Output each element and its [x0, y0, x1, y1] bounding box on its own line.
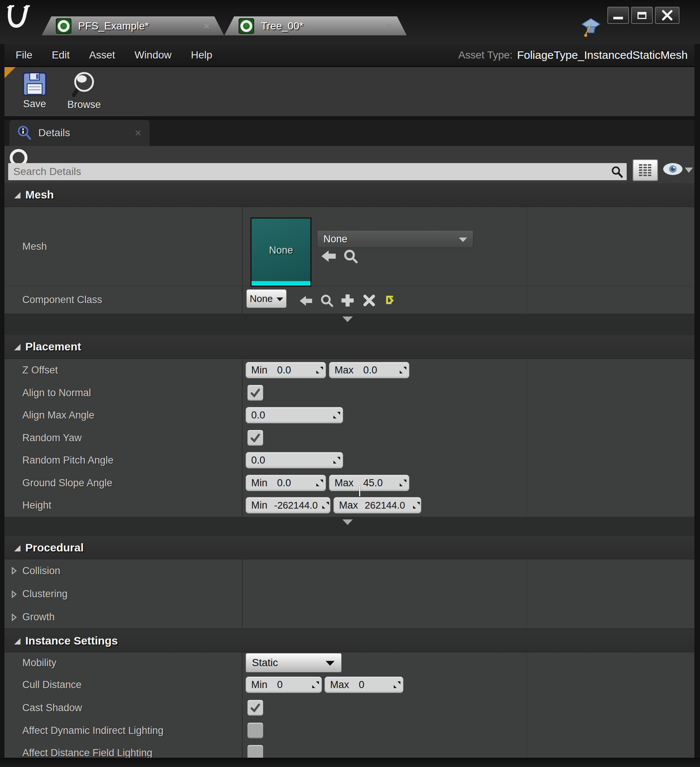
- component-class-dropdown[interactable]: None: [246, 289, 287, 308]
- row-component-class: Component Class None: [5, 286, 694, 313]
- clear-cross-icon[interactable]: [362, 294, 376, 307]
- view-options-eye-icon[interactable]: [662, 162, 683, 176]
- browse-label: Browse: [67, 99, 101, 111]
- section-title: Placement: [25, 335, 81, 358]
- maximize-button[interactable]: [631, 7, 653, 24]
- mesh-section-rows: Mesh None None Component Class None: [5, 207, 694, 313]
- drag-spinner-icon[interactable]: [322, 502, 329, 509]
- save-button[interactable]: Save: [18, 72, 51, 110]
- expand-right-icon[interactable]: [11, 614, 17, 621]
- cast-shadow-checkbox[interactable]: [248, 700, 263, 716]
- tutorial-graduation-cap-icon[interactable]: [581, 17, 602, 40]
- align-max-angle-field[interactable]: 0.0: [246, 407, 343, 423]
- details-tab[interactable]: Details: [9, 120, 149, 146]
- chevron-down-icon: [325, 661, 335, 666]
- min-label: Min: [251, 500, 268, 511]
- row-collision[interactable]: Collision: [5, 559, 694, 582]
- row-random-pitch-angle: Random Pitch Angle 0.0: [5, 449, 694, 472]
- menu-help[interactable]: Help: [191, 49, 213, 61]
- drag-spinner-icon[interactable]: [333, 457, 340, 463]
- expand-advanced-icon[interactable]: [342, 519, 353, 525]
- menu-bar: File Edit Asset Window Help Asset Type: …: [5, 44, 694, 67]
- drag-spinner-icon[interactable]: [400, 367, 406, 374]
- section-header-placement[interactable]: Placement: [5, 335, 694, 359]
- browse-asset-magnifier-icon[interactable]: [343, 249, 359, 264]
- align-to-normal-checkbox[interactable]: [248, 385, 263, 401]
- row-clustering[interactable]: Clustering: [5, 582, 694, 605]
- max-label: Max: [339, 500, 358, 511]
- drag-spinner-icon[interactable]: [394, 681, 400, 688]
- height-min-field[interactable]: Min -262144.0: [246, 497, 330, 514]
- menu-file[interactable]: File: [16, 49, 32, 61]
- row-growth[interactable]: Growth: [5, 605, 694, 629]
- mesh-thumbnail[interactable]: None: [251, 218, 311, 287]
- ground-slope-min-field[interactable]: Min 0.0: [246, 475, 326, 491]
- ground-slope-max-field[interactable]: Max 45.0: [329, 475, 410, 491]
- drag-spinner-icon[interactable]: [316, 367, 323, 374]
- z-offset-label: Z Offset: [22, 359, 58, 382]
- cull-distance-min-value: 0: [277, 679, 283, 691]
- save-floppy-icon: [22, 72, 47, 97]
- asset-tab-pfs-example[interactable]: PFS_Example*: [42, 16, 224, 35]
- row-align-max-angle: Align Max Angle 0.0: [5, 404, 694, 427]
- height-max-field[interactable]: Max 262144.0: [333, 497, 421, 514]
- drag-spinner-icon[interactable]: [333, 412, 340, 419]
- expand-right-icon[interactable]: [11, 590, 17, 598]
- z-offset-max-field[interactable]: Max 0.0: [329, 362, 410, 378]
- section-header-instance-settings[interactable]: Instance Settings: [5, 629, 694, 652]
- section-expanded-icon: [14, 192, 21, 199]
- asset-type-value: FoliageType_InstancedStaticMesh: [517, 49, 688, 61]
- row-mesh: Mesh None None: [5, 207, 694, 286]
- max-label: Max: [330, 679, 349, 691]
- cull-distance-max-field[interactable]: Max 0: [324, 676, 403, 693]
- section-header-mesh[interactable]: Mesh: [5, 183, 694, 207]
- minimize-button[interactable]: [607, 7, 629, 24]
- close-button[interactable]: [655, 7, 679, 24]
- expand-advanced-icon[interactable]: [342, 317, 353, 322]
- row-affect-dynamic-indirect-lighting: Affect Dynamic Indirect Lighting: [5, 719, 694, 742]
- drag-spinner-icon[interactable]: [316, 479, 323, 486]
- menu-window[interactable]: Window: [134, 49, 171, 61]
- mobility-value: Static: [252, 657, 278, 669]
- z-offset-min-field[interactable]: Min 0.0: [246, 362, 326, 378]
- row-random-yaw: Random Yaw: [5, 427, 694, 449]
- details-tab-close-icon[interactable]: [135, 130, 141, 136]
- use-selected-arrow-icon[interactable]: [298, 294, 313, 307]
- tab-close-icon[interactable]: [203, 23, 210, 29]
- section-header-procedural[interactable]: Procedural: [5, 536, 694, 559]
- details-search-strip: [5, 146, 694, 183]
- window-bottom-edge: [0, 758, 700, 767]
- use-selected-asset-arrow-icon[interactable]: [320, 249, 337, 264]
- height-max-value: 262144.0: [365, 500, 405, 511]
- random-yaw-checkbox[interactable]: [248, 430, 263, 446]
- property-matrix-button[interactable]: [633, 159, 658, 181]
- view-options-caret-icon[interactable]: [685, 167, 693, 173]
- toolbar: Save Browse: [5, 67, 694, 116]
- tab-close-icon[interactable]: [386, 23, 393, 29]
- drag-spinner-icon[interactable]: [413, 502, 420, 509]
- row-cast-shadow: Cast Shadow: [5, 696, 694, 719]
- minimize-icon: [613, 17, 623, 19]
- align-to-normal-label: Align to Normal: [22, 382, 91, 404]
- ground-slope-max-value: 45.0: [363, 477, 383, 489]
- affect-distance-field-lighting-checkbox[interactable]: [248, 745, 263, 758]
- affect-dynamic-indirect-lighting-checkbox[interactable]: [248, 723, 263, 738]
- add-plus-icon[interactable]: [340, 293, 355, 308]
- asset-tab-tree-00[interactable]: Tree_00*: [224, 16, 407, 35]
- menu-asset[interactable]: Asset: [89, 49, 115, 61]
- foliage-asset-icon: [56, 18, 71, 34]
- expand-right-icon[interactable]: [11, 567, 17, 574]
- drag-spinner-icon[interactable]: [312, 681, 319, 688]
- random-pitch-angle-field[interactable]: 0.0: [246, 452, 343, 468]
- cull-distance-min-field[interactable]: Min 0: [246, 676, 322, 693]
- min-label: Min: [251, 477, 268, 489]
- search-input[interactable]: [8, 163, 627, 180]
- browse-magnifier-icon[interactable]: [320, 294, 334, 308]
- clustering-label: Clustering: [22, 583, 68, 605]
- reset-to-default-icon[interactable]: [383, 294, 395, 306]
- mobility-dropdown[interactable]: Static: [246, 653, 341, 672]
- drag-spinner-icon[interactable]: [400, 479, 406, 486]
- browse-button[interactable]: Browse: [63, 72, 105, 111]
- mesh-asset-dropdown[interactable]: None: [317, 230, 473, 248]
- menu-edit[interactable]: Edit: [52, 49, 70, 61]
